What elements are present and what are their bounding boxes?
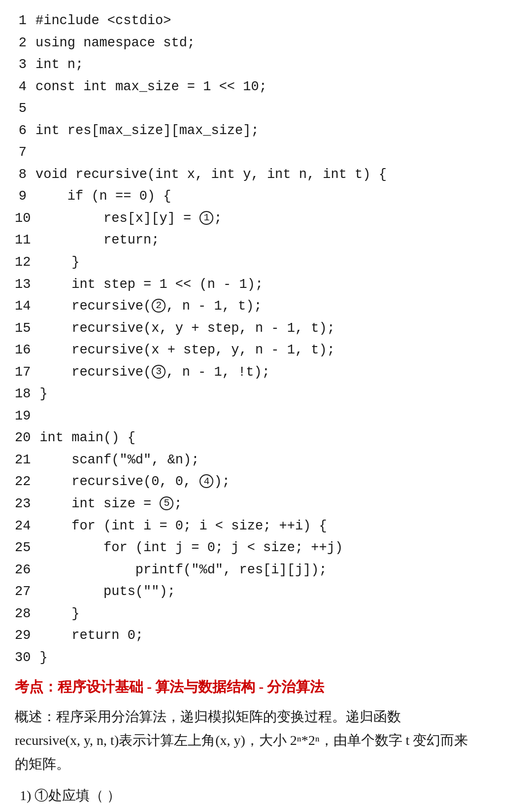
code-line: 12 } xyxy=(15,251,517,274)
circled-number: 3 xyxy=(152,365,166,379)
code-line: 13 int step = 1 << (n - 1); xyxy=(15,274,517,296)
line-number: 24 xyxy=(15,515,39,537)
line-content: void recursive(int x, int y, int n, int … xyxy=(35,164,517,186)
circled-number: 1 xyxy=(200,211,213,225)
code-line: 30} xyxy=(15,647,517,669)
code-line: 22 recursive(0, 0, 4); xyxy=(15,471,517,493)
line-content: scanf("%d", &n); xyxy=(39,449,517,471)
line-number: 25 xyxy=(15,537,39,559)
line-content: return 0; xyxy=(39,625,517,647)
line-number: 9 xyxy=(15,185,35,208)
line-number: 22 xyxy=(15,471,39,493)
code-line: 16 recursive(x + step, y, n - 1, t); xyxy=(15,339,517,361)
line-content: int size = 5; xyxy=(39,493,517,515)
line-content: for (int j = 0; j < size; ++j) xyxy=(39,537,517,559)
line-number: 17 xyxy=(15,361,39,384)
code-line: 10 res[x][y] = 1; xyxy=(15,208,517,230)
line-content: recursive(0, 0, 4); xyxy=(39,471,517,493)
line-number: 14 xyxy=(15,295,39,317)
line-content: } xyxy=(39,647,517,669)
line-content: using namespace std; xyxy=(35,32,517,54)
line-content: } xyxy=(39,603,517,625)
code-line: 8void recursive(int x, int y, int n, int… xyxy=(15,164,517,186)
circled-number: 5 xyxy=(160,496,173,510)
line-number: 10 xyxy=(15,208,39,230)
line-content: int res[max_size][max_size]; xyxy=(35,120,517,142)
code-line: 15 recursive(x, y + step, n - 1, t); xyxy=(15,317,517,340)
line-content: int n; xyxy=(35,54,517,76)
line-number: 8 xyxy=(15,164,35,186)
line-content: #include <cstdio> xyxy=(35,10,517,32)
line-number: 27 xyxy=(15,581,39,603)
code-line: 9 if (n == 0) { xyxy=(15,185,517,208)
code-line: 29 return 0; xyxy=(15,625,517,647)
line-number: 19 xyxy=(15,405,39,427)
code-line: 3int n; xyxy=(15,54,517,76)
line-number: 7 xyxy=(15,141,35,164)
line-number: 4 xyxy=(15,76,35,98)
line-number: 28 xyxy=(15,603,39,625)
line-content: recursive(2, n - 1, t); xyxy=(39,295,517,317)
code-line: 5 xyxy=(15,98,517,120)
code-line: 20int main() { xyxy=(15,427,517,449)
section-title: 考点：程序设计基础 - 算法与数据结构 - 分治算法 xyxy=(15,677,517,697)
line-number: 18 xyxy=(15,383,39,405)
line-number: 16 xyxy=(15,339,39,361)
code-block: 1#include <cstdio>2using namespace std;3… xyxy=(15,10,517,668)
code-line: 25 for (int j = 0; j < size; ++j) xyxy=(15,537,517,559)
code-line: 21 scanf("%d", &n); xyxy=(15,449,517,471)
code-line: 4const int max_size = 1 << 10; xyxy=(15,76,517,98)
line-number: 23 xyxy=(15,493,39,515)
code-line: 17 recursive(3, n - 1, !t); xyxy=(15,361,517,384)
line-content: recursive(x + step, y, n - 1, t); xyxy=(39,339,517,361)
code-line: 18} xyxy=(15,383,517,405)
code-line: 14 recursive(2, n - 1, t); xyxy=(15,295,517,317)
code-line: 26 printf("%d", res[i][j]); xyxy=(15,559,517,581)
code-line: 2using namespace std; xyxy=(15,32,517,54)
line-content: } xyxy=(39,383,517,405)
code-line: 27 puts(""); xyxy=(15,581,517,603)
line-content: } xyxy=(39,251,517,274)
line-content: return; xyxy=(39,229,517,251)
questions-block: 1) ①处应填（ ）A.n % 2B.0C.tD.1答案：C解析：此处为递归边界… xyxy=(15,786,517,808)
code-line: 28 } xyxy=(15,603,517,625)
line-number: 26 xyxy=(15,559,39,581)
line-content: const int max_size = 1 << 10; xyxy=(35,76,517,98)
code-line: 7 xyxy=(15,141,517,164)
line-content: recursive(3, n - 1, !t); xyxy=(39,361,517,384)
circled-number: 4 xyxy=(200,474,213,488)
line-number: 13 xyxy=(15,274,39,296)
description: 概述：程序采用分治算法，递归模拟矩阵的变换过程。递归函数recursive(x,… xyxy=(15,705,517,775)
code-line: 24 for (int i = 0; i < size; ++i) { xyxy=(15,515,517,537)
line-content: if (n == 0) { xyxy=(35,185,517,208)
line-content: for (int i = 0; i < size; ++i) { xyxy=(39,515,517,537)
line-number: 2 xyxy=(15,32,35,54)
code-line: 11 return; xyxy=(15,229,517,251)
question-label: 1) ①处应填（ ） xyxy=(20,786,517,805)
code-line: 19 xyxy=(15,405,517,427)
code-line: 23 int size = 5; xyxy=(15,493,517,515)
line-content: int main() { xyxy=(39,427,517,449)
line-number: 29 xyxy=(15,625,39,647)
line-number: 11 xyxy=(15,229,39,251)
line-content: recursive(x, y + step, n - 1, t); xyxy=(39,317,517,340)
line-number: 6 xyxy=(15,120,35,142)
question-item: 1) ①处应填（ ）A.n % 2B.0C.tD.1答案：C解析：此处为递归边界… xyxy=(15,786,517,808)
code-line: 6int res[max_size][max_size]; xyxy=(15,120,517,142)
line-content: puts(""); xyxy=(39,581,517,603)
code-line: 1#include <cstdio> xyxy=(15,10,517,32)
line-number: 15 xyxy=(15,317,39,340)
line-number: 12 xyxy=(15,251,39,274)
circled-number: 2 xyxy=(152,299,166,313)
line-number: 5 xyxy=(15,98,35,120)
line-content: printf("%d", res[i][j]); xyxy=(39,559,517,581)
line-number: 30 xyxy=(15,647,39,669)
line-number: 20 xyxy=(15,427,39,449)
line-number: 21 xyxy=(15,449,39,471)
line-content: int step = 1 << (n - 1); xyxy=(39,274,517,296)
line-number: 1 xyxy=(15,10,35,32)
line-content: res[x][y] = 1; xyxy=(39,208,517,230)
line-number: 3 xyxy=(15,54,35,76)
